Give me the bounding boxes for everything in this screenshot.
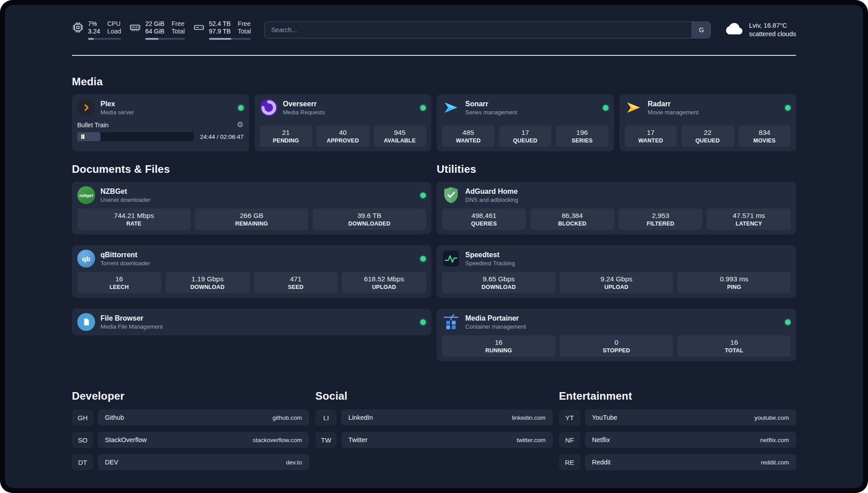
- search-bar: G: [264, 21, 711, 38]
- playback-progress-bar[interactable]: [77, 132, 194, 141]
- pause-icon[interactable]: [81, 134, 84, 139]
- bookmark-row: LI LinkedInlinkedin.com: [315, 409, 552, 426]
- bookmark-row: SO StackOverflowstackoverflow.com: [72, 432, 309, 448]
- stat-tile: 86,384BLOCKED: [530, 209, 614, 230]
- app-name: AdGuard Home: [465, 187, 791, 196]
- ram-icon: [129, 21, 141, 33]
- stat-tile: 39.6 TBDOWNLOADED: [313, 209, 426, 230]
- bookmark-github[interactable]: Githubgithub.com: [98, 409, 309, 426]
- weather-location: Lviv, 16.87°C: [749, 21, 796, 30]
- gear-icon[interactable]: ⚙: [237, 121, 243, 129]
- cpu-load-avg: 3.24: [88, 28, 100, 35]
- cpu-label-2: Load: [107, 28, 121, 35]
- cpu-label-1: CPU: [107, 20, 121, 28]
- app-name: Media Portainer: [465, 314, 780, 323]
- app-card-sonarr[interactable]: Sonarr Series management 485WANTED 17QUE…: [437, 94, 614, 151]
- app-card-portainer[interactable]: Media Portainer Container management 16R…: [437, 309, 796, 361]
- stat-tile: 22QUEUED: [681, 125, 734, 147]
- bookmark-dev[interactable]: DEVdev.to: [98, 454, 309, 470]
- bookmark-netflix[interactable]: Netflixnetflix.com: [585, 432, 796, 448]
- app-name: Sonarr: [465, 100, 597, 109]
- stat-tile: 834MOVIES: [739, 125, 791, 147]
- stat-tile: 40APPROVED: [317, 125, 369, 147]
- search-input[interactable]: [264, 21, 711, 38]
- cpu-widget: 7% 3.24 CPU Load: [72, 20, 121, 40]
- ram-meter: [145, 38, 184, 40]
- ram-widget: 22 GiB 64 GiB Free Total: [129, 20, 184, 40]
- stat-tile: 17WANTED: [625, 125, 677, 147]
- app-card-qbittorrent[interactable]: qb qBittorrent Torrent downloader 16LEEC…: [72, 245, 431, 298]
- bookmark-row: YT YouTubeyoutube.com: [559, 409, 796, 426]
- ram-free: 22 GiB: [145, 20, 164, 28]
- app-desc: Container management: [465, 323, 780, 330]
- bookmark-group-social: Social LI LinkedInlinkedin.com TW Twitte…: [315, 390, 552, 470]
- app-name: Radarr: [648, 100, 780, 109]
- app-desc: Movie management: [648, 109, 780, 116]
- bookmark-youtube[interactable]: YouTubeyoutube.com: [585, 409, 796, 426]
- homepage-dashboard: 7% 3.24 CPU Load: [5, 5, 863, 488]
- cpu-meter: [88, 38, 121, 40]
- now-playing-title: Bullet Train: [77, 121, 108, 129]
- app-card-plex[interactable]: Plex Media server Bullet Train ⚙ 24:4: [72, 94, 249, 151]
- app-name: qBittorrent: [100, 251, 415, 259]
- app-name: File Browser: [100, 314, 415, 323]
- disk-total: 97.9 TB: [209, 28, 231, 35]
- search-provider-button[interactable]: G: [692, 22, 710, 38]
- app-card-filebrowser[interactable]: File Browser Media File Management: [72, 309, 431, 335]
- stat-tile: 266 GBREMAINING: [195, 209, 309, 230]
- app-name: Plex: [100, 100, 233, 109]
- bookmark-abbr: NF: [559, 432, 580, 448]
- app-card-overseerr[interactable]: Overseerr Media Requests 21PENDING 40APP…: [255, 94, 432, 151]
- app-name: NZBGet: [100, 187, 415, 196]
- cpu-percent: 7%: [88, 20, 100, 28]
- app-desc: Series management: [465, 109, 597, 116]
- app-desc: Usenet downloader: [100, 196, 415, 204]
- cpu-icon: [72, 21, 84, 33]
- bookmark-linkedin[interactable]: LinkedInlinkedin.com: [341, 409, 552, 426]
- app-card-nzbget[interactable]: nzbget NZBGet Usenet downloader 744.21 M…: [72, 182, 431, 234]
- app-card-adguard[interactable]: AdGuard Home DNS and adblocking 498,461Q…: [437, 182, 796, 234]
- app-desc: Speedtest Tracking: [465, 259, 791, 267]
- playback-time: 24:44 / 02:06:47: [200, 134, 244, 140]
- ram-total: 64 GiB: [145, 28, 164, 35]
- app-card-radarr[interactable]: Radarr Movie management 17WANTED 22QUEUE…: [619, 94, 797, 151]
- bookmark-row: DT DEVdev.to: [72, 454, 309, 470]
- section-title-documents: Documents & Files: [72, 163, 431, 175]
- disk-widget: 52.4 TB 97.9 TB Free Total: [193, 20, 251, 40]
- section-title-media: Media: [72, 75, 796, 88]
- app-desc: DNS and adblocking: [465, 196, 791, 204]
- disk-meter: [209, 38, 251, 40]
- stat-tile: 498,461QUERIES: [442, 209, 526, 230]
- bookmark-reddit[interactable]: Redditreddit.com: [585, 454, 796, 470]
- stat-tile: 2,953FILTERED: [619, 209, 703, 230]
- status-dot: [420, 256, 426, 262]
- weather-condition: scattered clouds: [749, 30, 796, 38]
- status-dot: [420, 319, 426, 325]
- stat-tile: 1.19 GbpsDOWNLOAD: [166, 272, 250, 293]
- bookmark-twitter[interactable]: Twittertwitter.com: [341, 432, 552, 448]
- stat-tile: 9.24 GbpsUPLOAD: [560, 272, 673, 293]
- disk-icon: [193, 21, 205, 33]
- bookmark-abbr: TW: [315, 432, 337, 448]
- stat-tile: 16RUNNING: [442, 335, 555, 357]
- stat-tile: 17QUEUED: [499, 125, 552, 147]
- section-media: Media Plex Media server Bullet Train ⚙: [72, 75, 796, 151]
- stat-tile: 16TOTAL: [677, 335, 791, 357]
- ram-label-1: Free: [171, 20, 185, 28]
- overseerr-icon: [260, 99, 278, 117]
- bookmark-abbr: LI: [315, 409, 337, 426]
- section-title-entertainment: Entertainment: [559, 390, 796, 402]
- section-documents: Documents & Files nzbget NZBGet Usenet d…: [72, 163, 431, 335]
- speedtest-icon: [442, 250, 460, 267]
- bookmark-row: GH Githubgithub.com: [72, 409, 309, 426]
- app-desc: Media Requests: [283, 109, 415, 116]
- stat-tile: 9.65 GbpsDOWNLOAD: [442, 272, 555, 293]
- header-divider: [72, 55, 796, 56]
- bookmark-row: NF Netflixnetflix.com: [559, 432, 796, 448]
- weather-widget[interactable]: Lviv, 16.87°C scattered clouds: [724, 21, 796, 38]
- bookmark-group-developer: Developer GH Githubgithub.com SO StackOv…: [72, 390, 309, 470]
- bookmark-stackoverflow[interactable]: StackOverflowstackoverflow.com: [98, 432, 309, 448]
- disk-label-1: Free: [238, 20, 251, 28]
- status-dot: [785, 319, 791, 325]
- app-card-speedtest[interactable]: Speedtest Speedtest Tracking 9.65 GbpsDO…: [437, 245, 796, 298]
